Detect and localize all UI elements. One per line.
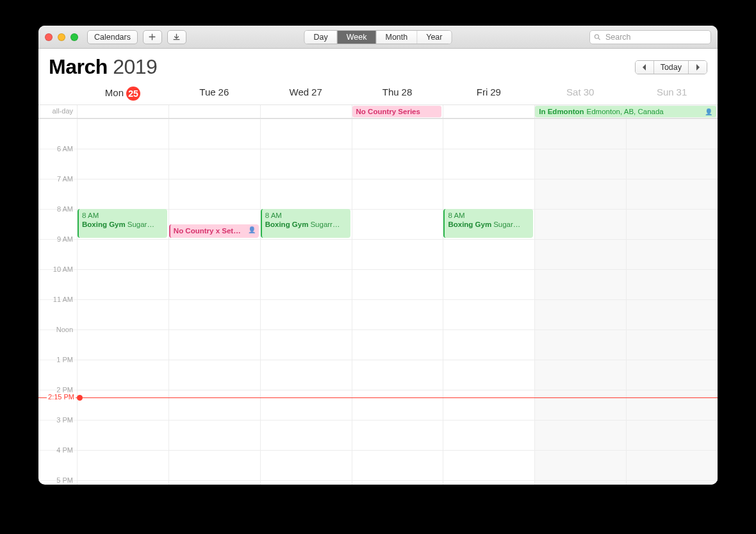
zoom-icon[interactable] <box>70 33 78 41</box>
calendar-event[interactable]: 8 AMBoxing GymSugar… <box>443 209 533 238</box>
calendar-event[interactable]: 8 AMBoxing GymSugar… <box>78 209 167 238</box>
grid-cell[interactable] <box>260 390 352 420</box>
grid-cell[interactable] <box>352 179 443 209</box>
calendars-button[interactable]: Calendars <box>87 30 138 44</box>
grid-cell[interactable] <box>260 149 352 179</box>
grid-cell[interactable] <box>443 420 534 450</box>
grid-cell[interactable] <box>534 420 626 450</box>
allday-cell[interactable] <box>260 105 352 118</box>
grid-cell[interactable] <box>352 390 443 420</box>
grid-cell[interactable] <box>534 239 626 269</box>
grid-cell[interactable] <box>352 450 443 480</box>
grid-cell[interactable] <box>260 119 352 149</box>
grid-cell[interactable] <box>352 239 443 269</box>
grid-cell[interactable] <box>260 420 352 450</box>
grid-cell[interactable] <box>77 360 168 390</box>
calendar-event[interactable]: No Country x Set…👤 <box>169 224 259 238</box>
grid-cell[interactable] <box>626 119 718 149</box>
grid-cell[interactable] <box>77 179 168 209</box>
grid-cell[interactable] <box>77 119 168 149</box>
grid-cell[interactable] <box>534 390 626 420</box>
grid-cell[interactable] <box>626 420 718 450</box>
grid-cell[interactable] <box>626 239 718 269</box>
grid-cell[interactable] <box>443 450 534 480</box>
prev-week-button[interactable] <box>636 61 654 74</box>
grid-cell[interactable] <box>168 299 260 330</box>
grid-cell[interactable] <box>168 480 260 485</box>
grid-cell[interactable] <box>534 360 626 390</box>
grid-cell[interactable] <box>443 299 534 330</box>
grid-cell[interactable] <box>77 149 168 179</box>
view-tab-day[interactable]: Day <box>305 31 338 44</box>
grid-cell[interactable] <box>168 330 260 360</box>
allday-cell[interactable] <box>77 105 168 118</box>
grid-cell[interactable] <box>77 239 168 269</box>
grid-cell[interactable] <box>77 299 168 330</box>
grid-cell[interactable] <box>443 149 534 179</box>
view-tab-month[interactable]: Month <box>376 31 417 44</box>
grid-cell[interactable] <box>77 330 168 360</box>
grid-cell[interactable] <box>626 209 718 239</box>
grid-cell[interactable] <box>443 179 534 209</box>
grid-cell[interactable] <box>443 119 534 149</box>
close-icon[interactable] <box>45 33 53 41</box>
grid-cell[interactable] <box>443 390 534 420</box>
allday-event[interactable]: In Edmonton Edmonton, AB, Canada👤 <box>535 106 716 117</box>
grid-cell[interactable] <box>260 480 352 485</box>
grid-cell[interactable] <box>352 119 443 149</box>
grid-cell[interactable] <box>443 269 534 299</box>
grid-cell[interactable] <box>77 420 168 450</box>
grid-cell[interactable] <box>77 450 168 480</box>
grid-cell[interactable] <box>168 119 260 149</box>
grid-cell[interactable] <box>534 269 626 299</box>
grid-cell[interactable] <box>168 179 260 209</box>
grid-cell[interactable] <box>626 360 718 390</box>
grid-cell[interactable] <box>626 330 718 360</box>
grid-cell[interactable] <box>626 149 718 179</box>
grid-cell[interactable] <box>443 480 534 485</box>
grid-cell[interactable] <box>626 390 718 420</box>
grid-cell[interactable] <box>168 390 260 420</box>
grid-cell[interactable] <box>626 299 718 330</box>
grid-cell[interactable] <box>534 209 626 239</box>
allday-cell[interactable] <box>443 105 534 118</box>
grid-cell[interactable] <box>168 149 260 179</box>
grid-cell[interactable] <box>352 299 443 330</box>
grid-cell[interactable] <box>77 390 168 420</box>
grid-cell[interactable] <box>626 179 718 209</box>
grid-cell[interactable] <box>352 360 443 390</box>
grid-cell[interactable] <box>352 330 443 360</box>
view-tab-year[interactable]: Year <box>417 31 451 44</box>
grid-cell[interactable] <box>260 269 352 299</box>
view-tab-week[interactable]: Week <box>338 31 377 44</box>
grid-cell[interactable] <box>260 239 352 269</box>
grid-cell[interactable] <box>352 209 443 239</box>
inbox-button[interactable] <box>167 30 186 44</box>
today-button[interactable]: Today <box>654 61 689 74</box>
grid-cell[interactable] <box>534 330 626 360</box>
grid-cell[interactable] <box>534 179 626 209</box>
grid-cell[interactable] <box>534 450 626 480</box>
grid-cell[interactable] <box>168 450 260 480</box>
grid-cell[interactable] <box>260 299 352 330</box>
grid-cell[interactable] <box>168 269 260 299</box>
grid-cell[interactable] <box>352 269 443 299</box>
next-week-button[interactable] <box>689 61 707 74</box>
grid-cell[interactable] <box>534 149 626 179</box>
search-input[interactable] <box>604 32 707 42</box>
grid-cell[interactable] <box>443 360 534 390</box>
grid-cell[interactable] <box>534 480 626 485</box>
grid-cell[interactable] <box>260 179 352 209</box>
grid-cell[interactable] <box>260 450 352 480</box>
grid-cell[interactable] <box>443 239 534 269</box>
grid-cell[interactable] <box>260 330 352 360</box>
grid-cell[interactable] <box>168 420 260 450</box>
allday-cell[interactable] <box>168 105 260 118</box>
grid-cell[interactable] <box>77 480 168 485</box>
grid-cell[interactable] <box>352 480 443 485</box>
grid-cell[interactable] <box>260 360 352 390</box>
grid-cell[interactable] <box>443 330 534 360</box>
grid-cell[interactable] <box>626 480 718 485</box>
grid-cell[interactable] <box>168 239 260 269</box>
grid-cell[interactable] <box>352 420 443 450</box>
